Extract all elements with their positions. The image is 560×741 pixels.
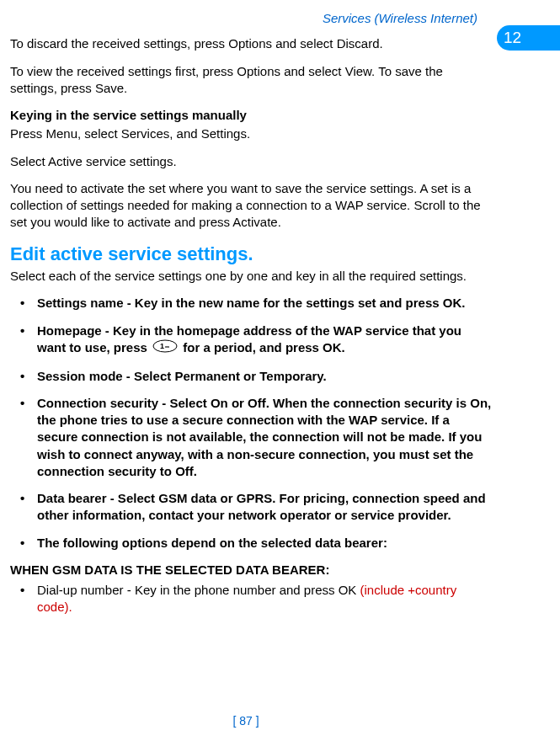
gsm-list: Dial-up number - Key in the phone number…	[10, 582, 492, 616]
list-item-dialup: Dial-up number - Key in the phone number…	[10, 582, 492, 616]
paragraph-activate-set: You need to activate the set where you w…	[10, 180, 492, 232]
subheading-gsm: WHEN GSM DATA IS THE SELECTED DATA BEARE…	[10, 562, 492, 578]
list-item-connection-security: Connection security - Select On or Off. …	[10, 395, 492, 480]
list-item-settings-name: Settings name - Key in the new name for …	[10, 295, 492, 312]
key-1-icon: 1 ∞	[152, 339, 178, 357]
paragraph-active-settings: Select Active service settings.	[10, 153, 492, 170]
svg-text:∞: ∞	[165, 344, 169, 349]
paragraph-menu-path: Press Menu, select Services, and Setting…	[10, 125, 492, 142]
subheading-manual: Keying in the service settings manually	[10, 107, 492, 124]
list-item-dialup-text: Dial-up number - Key in the phone number…	[37, 583, 360, 597]
list-item-homepage: Homepage - Key in the homepage address o…	[10, 323, 492, 358]
page-content: To discard the received settings, press …	[10, 35, 492, 616]
section-intro: Select each of the service settings one …	[10, 268, 492, 285]
settings-list: Settings name - Key in the new name for …	[10, 295, 492, 551]
paragraph-view-save: To view the received settings first, pre…	[10, 63, 492, 98]
paragraph-discard: To discard the received settings, press …	[10, 35, 492, 52]
header-title: Services (Wireless Internet)	[10, 10, 486, 27]
svg-text:1: 1	[160, 342, 164, 350]
section-title-edit: Edit active service settings.	[10, 242, 492, 267]
list-item-session-mode: Session mode - Select Permanent or Tempo…	[10, 368, 492, 385]
list-item-depends-on-bearer: The following options depend on the sele…	[10, 535, 492, 552]
page-number: [ 87 ]	[0, 713, 492, 729]
list-item-data-bearer: Data bearer - Select GSM data or GPRS. F…	[10, 490, 492, 525]
list-item-homepage-text2: for a period, and press OK.	[183, 340, 345, 355]
chapter-number-badge: 12	[497, 25, 560, 51]
